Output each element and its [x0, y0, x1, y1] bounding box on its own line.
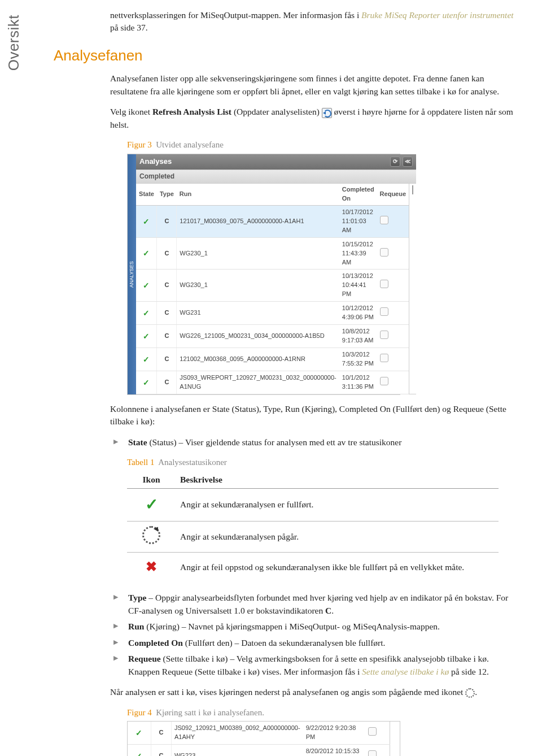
panel-title: Analyses	[139, 157, 172, 167]
fig-label: Figur 3	[127, 140, 152, 149]
section-heading: Analysefanen	[54, 45, 519, 67]
scrollbar[interactable]	[390, 722, 400, 756]
cell-type: C	[157, 237, 177, 270]
bullet-state: State (Status) – Viser gjeldende status …	[126, 436, 514, 449]
cell-run: 121002_M00368_0095_A000000000-A1RNR	[177, 348, 339, 371]
text: .	[331, 606, 334, 615]
spinner-icon	[465, 688, 475, 698]
analyses-panel-screenshot: ANALYSES Analyses ⟳ ≪ Completed State Ty…	[127, 154, 400, 395]
table-row[interactable]: ✓ C 121002_M00368_0095_A000000000-A1RNR …	[136, 348, 416, 371]
requeue-checkbox[interactable]	[380, 280, 388, 288]
check-icon: ✓	[143, 309, 150, 318]
check-icon: ✓	[143, 249, 150, 258]
check-icon: ✓	[143, 332, 150, 341]
intro-pre: nettverksplasseringen for MiSeqOutput-ma…	[110, 10, 361, 20]
cell-run: WG223	[171, 745, 303, 756]
cell-run: 121017_M00369_0075_A000000000-A1AH1	[177, 205, 339, 237]
cell-run: WG230_1	[177, 237, 339, 270]
cell-type: C	[157, 205, 177, 237]
cell-completed: 10/15/2012 11:43:39 AM	[339, 237, 377, 270]
cell-completed: 10/13/2012 10:44:41 PM	[339, 270, 377, 302]
table-row[interactable]: ✓ C WG223 8/20/2012 10:15:33 PM	[128, 745, 400, 756]
refresh-name: Refresh Analysis List	[152, 107, 231, 116]
check-icon: ✓	[143, 281, 150, 290]
table-row[interactable]: ✓ C JS092_120921_M00389_0092_A000000000-…	[128, 722, 400, 744]
cell-completed: 10/1/2012 3:11:36 PM	[339, 371, 377, 394]
status-icon-table: Ikon Beskrivelse ✓ Angir at sekundæranal…	[127, 471, 499, 581]
side-tab: Oversikt	[0, 9, 28, 74]
figure-4-caption: Figur 4 Kjøring satt i kø i analysefanen…	[127, 707, 514, 719]
cell-run: JS093_WREPORT_120927_M00231_0032_0000000…	[177, 371, 339, 394]
cell-completed: 10/12/2012 4:39:06 PM	[339, 302, 377, 325]
col-run[interactable]: Run	[177, 184, 339, 205]
spinner-icon	[142, 526, 160, 544]
requeue-checkbox[interactable]	[380, 354, 388, 362]
cell-type: C	[151, 745, 171, 756]
cell-completed: 10/8/2012 9:17:03 AM	[339, 325, 377, 348]
table-row[interactable]: ✓ C WG226_121005_M00231_0034_000000000-A…	[136, 325, 416, 348]
col-completed[interactable]: Completed On	[339, 184, 377, 205]
fig-text: Utvidet analysefane	[156, 140, 224, 149]
text: Velg ikonet	[110, 107, 152, 116]
cell-completed: 8/20/2012 10:15:33 PM	[303, 745, 365, 756]
requeue-checkbox[interactable]	[380, 377, 388, 385]
check-icon: ✓	[136, 728, 142, 737]
table-row[interactable]: ✓ C WG230_1 10/13/2012 10:44:41 PM	[136, 270, 416, 302]
bullet-requeue: Requeue (Sette tilbake i kø) – Velg avme…	[126, 653, 514, 678]
table-row[interactable]: ✓ C WG230_1 10/15/2012 11:43:39 AM	[136, 237, 416, 270]
intro-link[interactable]: Bruke MiSeq Reporter utenfor instrumente…	[361, 10, 513, 20]
check-icon: ✓	[143, 355, 150, 364]
fig-label: Figur 4	[127, 708, 152, 717]
cell-completed: 10/17/2012 11:01:03 AM	[339, 205, 377, 237]
refresh-icon[interactable]	[322, 108, 332, 118]
term: Completed On	[128, 638, 183, 648]
cell-type: C	[157, 325, 177, 348]
requeue-checkbox[interactable]	[368, 727, 377, 736]
table-row[interactable]: ✓ C JS093_WREPORT_120927_M00231_0032_000…	[136, 371, 416, 394]
col-requeue[interactable]: Requeue	[377, 184, 409, 205]
analyses-sidebar-tab[interactable]: ANALYSES	[128, 154, 136, 394]
requeue-link[interactable]: Sette analyse tilbake i kø	[362, 667, 449, 676]
check-icon: ✓	[143, 378, 150, 387]
cell-run: JS092_120921_M00389_0092_A000000000-A1AH…	[171, 722, 303, 744]
bullet-run: Run (Kjøring) – Navnet på kjøringsmappen…	[126, 620, 514, 633]
col-type[interactable]: Type	[157, 184, 177, 205]
cell-type: C	[157, 270, 177, 302]
cell-run: WG226_121005_M00231_0034_000000000-A1B5D	[177, 325, 339, 348]
desc-complete: Angir at sekundæranalysen er fullført.	[176, 489, 499, 522]
cell-type: C	[151, 722, 171, 744]
term: State	[128, 437, 147, 447]
columns-intro: Kolonnene i analysefanen er State (Statu…	[110, 403, 514, 428]
requeue-checkbox[interactable]	[380, 216, 388, 224]
scrollbar[interactable]	[409, 184, 417, 394]
text: – Oppgir analysearbeidsflyten forbundet …	[128, 593, 508, 615]
bullet-type: Type – Oppgir analysearbeidsflyten forbu…	[126, 592, 514, 617]
requeue-checkbox[interactable]	[380, 248, 388, 257]
cell-type: C	[157, 348, 177, 371]
table-row[interactable]: ✓ C WG231 10/12/2012 4:39:06 PM	[136, 302, 416, 325]
cell-type: C	[157, 371, 177, 394]
text: Når analysen er satt i kø, vises kjøring…	[110, 687, 465, 697]
error-icon: ✖	[146, 559, 157, 574]
collapse-icon[interactable]: ≪	[403, 157, 413, 167]
requeue-checkbox[interactable]	[380, 307, 388, 316]
term: Requeue	[128, 654, 161, 663]
refresh-icon[interactable]: ⟳	[390, 157, 400, 167]
table-row[interactable]: ✓ C 121017_M00369_0075_A000000000-A1AH1 …	[136, 205, 416, 237]
intro-paragraph: nettverksplasseringen for MiSeqOutput-ma…	[110, 9, 514, 34]
text: (Status) – Viser gjeldende status for an…	[147, 437, 402, 447]
text: (Oppdater analyselisten)	[231, 107, 322, 116]
queued-para: Når analysen er satt i kø, vises kjøring…	[110, 686, 514, 698]
requeue-checkbox[interactable]	[380, 331, 388, 339]
desc-error: Angir at feil oppstod og sekundæranalyse…	[176, 553, 499, 581]
term: Type	[128, 593, 146, 602]
group-completed: Completed	[136, 170, 416, 184]
text: .	[475, 687, 477, 697]
table-1-caption: Tabell 1 Analysestatusikoner	[127, 457, 514, 469]
requeue-checkbox[interactable]	[368, 750, 377, 756]
th-icon: Ikon	[127, 471, 176, 489]
para-overview: Analysefanen lister opp alle sekvenserin…	[110, 72, 514, 98]
queued-panel-screenshot: ✓ C JS092_120921_M00389_0092_A000000000-…	[127, 721, 400, 756]
text: (Fullført den) – Datoen da sekundæranaly…	[183, 638, 386, 648]
col-state[interactable]: State	[136, 184, 157, 205]
